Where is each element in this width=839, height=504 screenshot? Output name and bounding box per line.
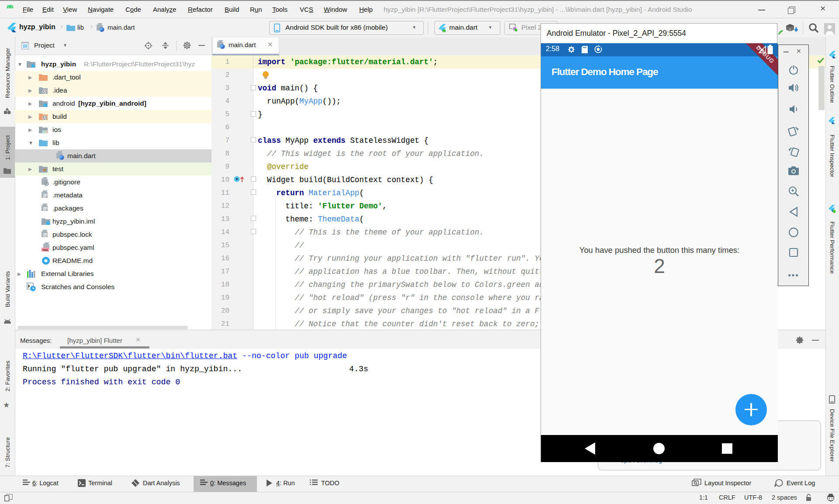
svg-text:YML: YML [42, 248, 49, 252]
